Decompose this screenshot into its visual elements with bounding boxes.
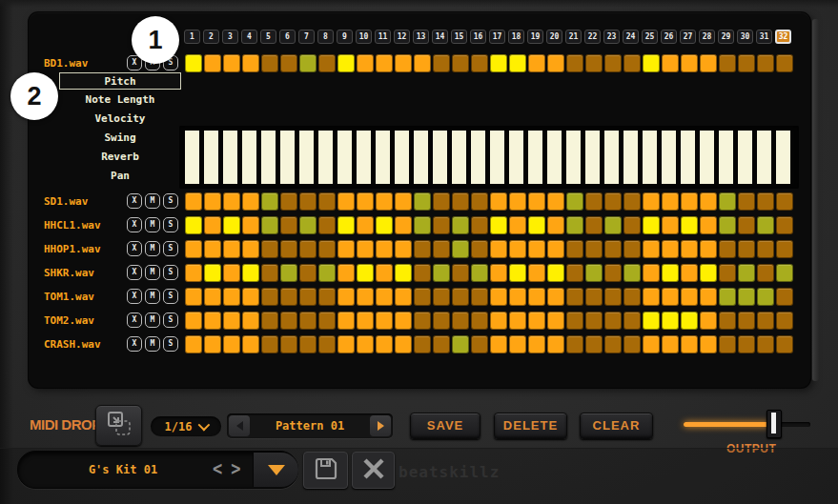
step-cell-r5-c8[interactable] xyxy=(318,264,336,282)
step-cell-r5-c24[interactable] xyxy=(623,264,641,282)
step-cell-r8-c28[interactable] xyxy=(700,335,717,353)
step-cell-r2-c1[interactable] xyxy=(185,192,202,211)
step-cell-r7-c2[interactable] xyxy=(204,312,221,330)
clear-button[interactable]: CLEAR xyxy=(580,413,653,439)
step-number-4[interactable]: 4 xyxy=(241,30,257,44)
step-cell-r7-c11[interactable] xyxy=(376,312,393,330)
step-cell-r1-c11[interactable] xyxy=(376,54,393,72)
step-cell-r3-c15[interactable] xyxy=(452,216,469,234)
step-cell-r2-c4[interactable] xyxy=(242,192,259,211)
step-cell-r1-c27[interactable] xyxy=(681,54,698,72)
step-cell-r4-c13[interactable] xyxy=(414,240,431,258)
step-cell-r6-c16[interactable] xyxy=(471,288,488,306)
step-number-25[interactable]: 25 xyxy=(642,30,658,44)
step-cell-r6-c28[interactable] xyxy=(700,288,717,306)
step-cell-r1-c2[interactable] xyxy=(204,54,221,72)
value-bar-29[interactable] xyxy=(719,131,733,184)
step-cell-r2-c12[interactable] xyxy=(395,192,412,211)
step-cell-r3-c19[interactable] xyxy=(528,216,545,234)
step-cell-r1-c1[interactable] xyxy=(185,54,202,72)
step-cell-r3-c14[interactable] xyxy=(433,216,450,234)
track-7-x-button[interactable]: X xyxy=(127,312,142,328)
step-cell-r4-c11[interactable] xyxy=(376,240,393,258)
step-cell-r3-c13[interactable] xyxy=(414,216,431,234)
step-cell-r2-c27[interactable] xyxy=(681,192,698,211)
value-bar-3[interactable] xyxy=(223,131,237,184)
step-cell-r8-c2[interactable] xyxy=(204,335,221,353)
step-cell-r1-c4[interactable] xyxy=(242,54,259,72)
step-cell-r4-c27[interactable] xyxy=(681,240,698,258)
step-cell-r5-c17[interactable] xyxy=(490,264,507,282)
step-cell-r2-c9[interactable] xyxy=(337,192,355,211)
step-cell-r6-c1[interactable] xyxy=(185,288,202,306)
value-bar-22[interactable] xyxy=(585,131,600,184)
preset-save-button[interactable] xyxy=(303,452,348,489)
track-8-s-button[interactable]: S xyxy=(163,336,178,352)
step-number-8[interactable]: 8 xyxy=(317,30,334,44)
step-cell-r3-c23[interactable] xyxy=(604,216,622,234)
step-number-12[interactable]: 12 xyxy=(394,30,410,44)
track-6-m-button[interactable]: M xyxy=(145,289,160,304)
output-slider-handle[interactable] xyxy=(766,410,782,438)
step-cell-r1-c24[interactable] xyxy=(623,54,641,72)
step-cell-r2-c24[interactable] xyxy=(623,192,641,211)
step-cell-r6-c20[interactable] xyxy=(547,288,564,306)
step-cell-r4-c20[interactable] xyxy=(547,240,564,258)
step-cell-r8-c24[interactable] xyxy=(623,335,641,353)
step-cell-r6-c13[interactable] xyxy=(414,288,431,306)
step-number-19[interactable]: 19 xyxy=(527,30,543,44)
value-bar-6[interactable] xyxy=(280,131,295,184)
step-number-17[interactable]: 17 xyxy=(489,30,505,44)
step-cell-r3-c17[interactable] xyxy=(490,216,507,234)
step-cell-r8-c32[interactable] xyxy=(776,335,793,353)
step-cell-r1-c8[interactable] xyxy=(318,54,336,72)
step-cell-r7-c24[interactable] xyxy=(623,312,641,330)
step-cell-r6-c3[interactable] xyxy=(223,288,240,306)
step-cell-r4-c16[interactable] xyxy=(471,240,488,258)
step-cell-r4-c2[interactable] xyxy=(204,240,221,258)
step-number-6[interactable]: 6 xyxy=(279,30,296,44)
step-cell-r7-c10[interactable] xyxy=(357,312,374,330)
step-cell-r4-c23[interactable] xyxy=(604,240,622,258)
output-slider-track[interactable] xyxy=(684,422,810,427)
value-bar-21[interactable] xyxy=(566,131,581,184)
step-cell-r6-c24[interactable] xyxy=(623,288,641,306)
value-bar-23[interactable] xyxy=(604,131,619,184)
step-cell-r2-c20[interactable] xyxy=(547,192,564,211)
step-cell-r7-c14[interactable] xyxy=(433,312,450,330)
step-cell-r5-c7[interactable] xyxy=(299,264,317,282)
step-cell-r2-c13[interactable] xyxy=(414,192,431,211)
step-cell-r2-c14[interactable] xyxy=(433,192,450,211)
step-number-32[interactable]: 32 xyxy=(775,30,791,44)
step-cell-r4-c1[interactable] xyxy=(185,240,202,258)
track-3-m-button[interactable]: M xyxy=(145,217,160,232)
step-cell-r7-c5[interactable] xyxy=(261,312,278,330)
step-number-16[interactable]: 16 xyxy=(470,30,486,44)
step-number-13[interactable]: 13 xyxy=(413,30,429,44)
step-cell-r8-c3[interactable] xyxy=(223,335,240,353)
step-cell-r5-c15[interactable] xyxy=(452,264,469,282)
step-cell-r4-c21[interactable] xyxy=(566,240,583,258)
step-cell-r4-c29[interactable] xyxy=(719,240,736,258)
step-cell-r6-c12[interactable] xyxy=(395,288,412,306)
value-bar-25[interactable] xyxy=(643,131,657,184)
delete-button[interactable]: DELETE xyxy=(494,413,567,439)
step-cell-r3-c24[interactable] xyxy=(623,216,641,234)
step-cell-r4-c32[interactable] xyxy=(776,240,793,258)
param-menu-item-pitch[interactable]: Pitch xyxy=(59,72,181,90)
step-cell-r6-c25[interactable] xyxy=(643,288,660,306)
step-cell-r2-c3[interactable] xyxy=(223,192,240,211)
step-cell-r7-c7[interactable] xyxy=(299,312,317,330)
midi-drag-drop-button[interactable] xyxy=(95,405,142,446)
step-cell-r7-c18[interactable] xyxy=(509,312,526,330)
step-cell-r7-c3[interactable] xyxy=(223,312,240,330)
step-cell-r3-c28[interactable] xyxy=(700,216,717,234)
step-cell-r7-c20[interactable] xyxy=(547,312,564,330)
step-cell-r1-c15[interactable] xyxy=(452,54,469,72)
step-cell-r3-c22[interactable] xyxy=(585,216,603,234)
value-bar-5[interactable] xyxy=(261,131,276,184)
step-cell-r7-c16[interactable] xyxy=(471,312,488,330)
step-cell-r2-c8[interactable] xyxy=(318,192,336,211)
step-cell-r6-c22[interactable] xyxy=(585,288,603,306)
step-cell-r8-c27[interactable] xyxy=(681,335,698,353)
